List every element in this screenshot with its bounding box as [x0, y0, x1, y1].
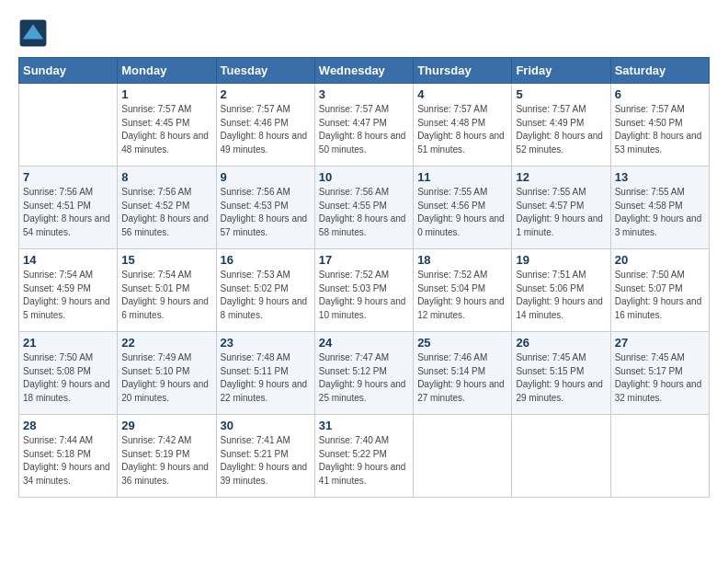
col-header-wednesday: Wednesday	[314, 58, 413, 84]
day-info: Sunrise: 7:48 AMSunset: 5:11 PMDaylight:…	[221, 351, 311, 405]
day-info: Sunrise: 7:56 AMSunset: 4:55 PMDaylight:…	[319, 186, 409, 239]
day-info: Sunrise: 7:50 AMSunset: 5:08 PMDaylight:…	[23, 351, 113, 405]
day-cell: 15Sunrise: 7:54 AMSunset: 5:01 PMDayligh…	[118, 249, 216, 332]
day-number: 1	[121, 87, 211, 101]
day-info: Sunrise: 7:45 AMSunset: 5:17 PMDaylight:…	[615, 351, 705, 405]
day-number: 23	[221, 336, 311, 350]
logo-icon	[18, 18, 48, 48]
day-number: 29	[121, 419, 211, 432]
day-number: 4	[417, 87, 507, 101]
day-cell: 24Sunrise: 7:47 AMSunset: 5:12 PMDayligh…	[314, 332, 413, 415]
day-cell: 9Sunrise: 7:56 AMSunset: 4:53 PMDaylight…	[216, 167, 314, 249]
day-number: 12	[516, 170, 606, 184]
day-info: Sunrise: 7:56 AMSunset: 4:52 PMDaylight:…	[121, 186, 211, 239]
day-info: Sunrise: 7:50 AMSunset: 5:07 PMDaylight:…	[615, 269, 705, 322]
day-info: Sunrise: 7:57 AMSunset: 4:50 PMDaylight:…	[615, 103, 705, 156]
day-info: Sunrise: 7:52 AMSunset: 5:03 PMDaylight:…	[319, 269, 409, 322]
day-info: Sunrise: 7:56 AMSunset: 4:53 PMDaylight:…	[221, 186, 311, 239]
day-number: 6	[615, 87, 705, 101]
day-cell: 5Sunrise: 7:57 AMSunset: 4:49 PMDaylight…	[512, 84, 610, 167]
day-number: 20	[615, 253, 705, 267]
day-info: Sunrise: 7:55 AMSunset: 4:57 PMDaylight:…	[516, 186, 606, 239]
col-header-saturday: Saturday	[610, 58, 709, 84]
day-cell: 7Sunrise: 7:56 AMSunset: 4:51 PMDaylight…	[19, 167, 118, 249]
day-cell: 14Sunrise: 7:54 AMSunset: 4:59 PMDayligh…	[19, 249, 118, 332]
day-cell: 28Sunrise: 7:44 AMSunset: 5:18 PMDayligh…	[19, 415, 118, 498]
day-info: Sunrise: 7:41 AMSunset: 5:21 PMDaylight:…	[221, 434, 311, 488]
day-cell: 3Sunrise: 7:57 AMSunset: 4:47 PMDaylight…	[314, 84, 413, 167]
day-info: Sunrise: 7:54 AMSunset: 4:59 PMDaylight:…	[23, 269, 113, 322]
day-number: 19	[516, 253, 606, 267]
day-info: Sunrise: 7:57 AMSunset: 4:46 PMDaylight:…	[221, 103, 311, 156]
day-cell	[512, 415, 610, 498]
day-cell: 30Sunrise: 7:41 AMSunset: 5:21 PMDayligh…	[216, 415, 314, 498]
day-cell: 25Sunrise: 7:46 AMSunset: 5:14 PMDayligh…	[414, 332, 512, 415]
day-cell: 8Sunrise: 7:56 AMSunset: 4:52 PMDaylight…	[118, 167, 216, 249]
day-info: Sunrise: 7:56 AMSunset: 4:51 PMDaylight:…	[23, 186, 113, 239]
day-info: Sunrise: 7:52 AMSunset: 5:04 PMDaylight:…	[417, 269, 507, 322]
day-info: Sunrise: 7:54 AMSunset: 5:01 PMDaylight:…	[121, 269, 211, 322]
logo	[18, 18, 51, 48]
day-number: 25	[417, 336, 507, 350]
day-cell: 6Sunrise: 7:57 AMSunset: 4:50 PMDaylight…	[610, 84, 709, 167]
day-cell: 31Sunrise: 7:40 AMSunset: 5:22 PMDayligh…	[314, 415, 413, 498]
day-number: 24	[319, 336, 409, 350]
day-info: Sunrise: 7:53 AMSunset: 5:02 PMDaylight:…	[221, 269, 311, 322]
col-header-thursday: Thursday	[414, 58, 512, 84]
day-number: 9	[221, 170, 311, 184]
day-cell: 23Sunrise: 7:48 AMSunset: 5:11 PMDayligh…	[216, 332, 314, 415]
day-cell: 4Sunrise: 7:57 AMSunset: 4:48 PMDaylight…	[414, 84, 512, 167]
day-number: 13	[615, 170, 705, 184]
day-cell: 21Sunrise: 7:50 AMSunset: 5:08 PMDayligh…	[19, 332, 118, 415]
day-number: 2	[221, 87, 311, 101]
week-row-2: 7Sunrise: 7:56 AMSunset: 4:51 PMDaylight…	[19, 167, 710, 249]
calendar-table: SundayMondayTuesdayWednesdayThursdayFrid…	[18, 57, 710, 498]
day-info: Sunrise: 7:49 AMSunset: 5:10 PMDaylight:…	[121, 351, 211, 405]
day-number: 11	[417, 170, 507, 184]
day-info: Sunrise: 7:55 AMSunset: 4:56 PMDaylight:…	[417, 186, 507, 239]
day-number: 28	[23, 419, 113, 432]
day-number: 22	[121, 336, 211, 350]
day-number: 17	[319, 253, 409, 267]
day-number: 16	[221, 253, 311, 267]
day-number: 14	[23, 253, 113, 267]
day-cell: 27Sunrise: 7:45 AMSunset: 5:17 PMDayligh…	[610, 332, 709, 415]
day-info: Sunrise: 7:47 AMSunset: 5:12 PMDaylight:…	[319, 351, 409, 405]
day-info: Sunrise: 7:55 AMSunset: 4:58 PMDaylight:…	[615, 186, 705, 239]
day-cell: 20Sunrise: 7:50 AMSunset: 5:07 PMDayligh…	[610, 249, 709, 332]
day-cell: 16Sunrise: 7:53 AMSunset: 5:02 PMDayligh…	[216, 249, 314, 332]
day-cell: 11Sunrise: 7:55 AMSunset: 4:56 PMDayligh…	[414, 167, 512, 249]
day-info: Sunrise: 7:40 AMSunset: 5:22 PMDaylight:…	[319, 434, 409, 488]
day-number: 27	[615, 336, 705, 350]
col-header-tuesday: Tuesday	[216, 58, 314, 84]
day-cell: 19Sunrise: 7:51 AMSunset: 5:06 PMDayligh…	[512, 249, 610, 332]
day-cell: 17Sunrise: 7:52 AMSunset: 5:03 PMDayligh…	[314, 249, 413, 332]
day-info: Sunrise: 7:51 AMSunset: 5:06 PMDaylight:…	[516, 269, 606, 322]
day-number: 8	[121, 170, 211, 184]
day-info: Sunrise: 7:57 AMSunset: 4:48 PMDaylight:…	[417, 103, 507, 156]
day-cell: 26Sunrise: 7:45 AMSunset: 5:15 PMDayligh…	[512, 332, 610, 415]
day-number: 5	[516, 87, 606, 101]
week-row-5: 28Sunrise: 7:44 AMSunset: 5:18 PMDayligh…	[19, 415, 710, 498]
day-number: 31	[319, 419, 409, 432]
day-info: Sunrise: 7:46 AMSunset: 5:14 PMDaylight:…	[417, 351, 507, 405]
day-cell: 22Sunrise: 7:49 AMSunset: 5:10 PMDayligh…	[118, 332, 216, 415]
week-row-1: 1Sunrise: 7:57 AMSunset: 4:45 PMDaylight…	[19, 84, 710, 167]
day-number: 18	[417, 253, 507, 267]
day-cell: 18Sunrise: 7:52 AMSunset: 5:04 PMDayligh…	[414, 249, 512, 332]
col-header-friday: Friday	[512, 58, 610, 84]
day-cell	[19, 84, 118, 167]
day-info: Sunrise: 7:57 AMSunset: 4:49 PMDaylight:…	[516, 103, 606, 156]
col-header-sunday: Sunday	[19, 58, 118, 84]
day-info: Sunrise: 7:57 AMSunset: 4:45 PMDaylight:…	[121, 103, 211, 156]
calendar-header-row: SundayMondayTuesdayWednesdayThursdayFrid…	[19, 58, 710, 84]
day-cell: 10Sunrise: 7:56 AMSunset: 4:55 PMDayligh…	[314, 167, 413, 249]
day-cell: 2Sunrise: 7:57 AMSunset: 4:46 PMDaylight…	[216, 84, 314, 167]
week-row-3: 14Sunrise: 7:54 AMSunset: 4:59 PMDayligh…	[19, 249, 710, 332]
day-cell: 13Sunrise: 7:55 AMSunset: 4:58 PMDayligh…	[610, 167, 709, 249]
page-header	[18, 18, 710, 48]
day-number: 3	[319, 87, 409, 101]
day-number: 30	[221, 419, 311, 432]
day-cell: 12Sunrise: 7:55 AMSunset: 4:57 PMDayligh…	[512, 167, 610, 249]
day-info: Sunrise: 7:57 AMSunset: 4:47 PMDaylight:…	[319, 103, 409, 156]
